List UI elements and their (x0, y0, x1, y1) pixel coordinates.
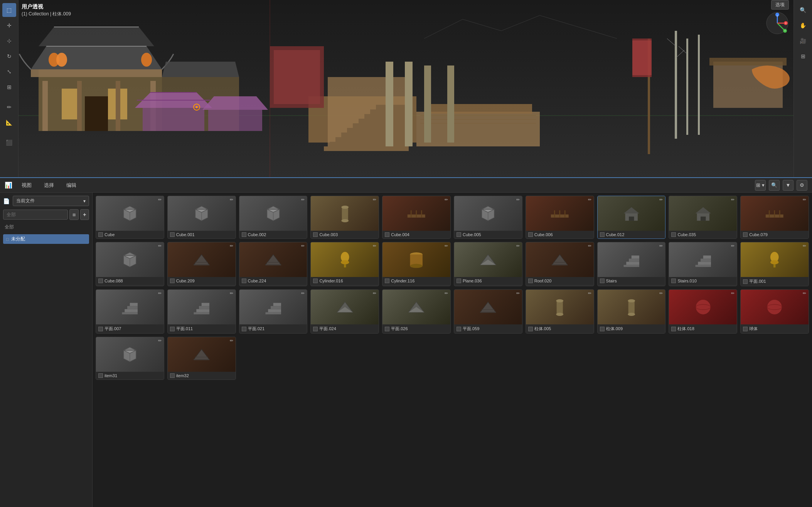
asset-checkbox[interactable] (457, 232, 461, 237)
asset-item[interactable]: ✏ Cylinder.116 (382, 242, 451, 286)
asset-checkbox[interactable] (457, 327, 461, 331)
asset-item[interactable]: ✏ Cube.209 (167, 242, 236, 286)
asset-edit-btn[interactable]: ✏ (515, 197, 521, 202)
asset-checkbox[interactable] (600, 232, 605, 237)
asset-item[interactable]: ✏ Cube.079 (740, 196, 809, 239)
asset-edit-btn[interactable]: ✏ (515, 291, 521, 296)
rotate-tool-btn[interactable]: ↻ (2, 49, 16, 63)
scale-tool-btn[interactable]: ⤡ (2, 65, 16, 79)
asset-checkbox[interactable] (98, 373, 103, 378)
asset-item[interactable]: ✏ Cube.003 (310, 196, 379, 239)
asset-edit-btn[interactable]: ✏ (157, 243, 163, 248)
asset-edit-btn[interactable]: ✏ (658, 243, 664, 248)
asset-edit-btn[interactable]: ✏ (587, 243, 593, 248)
asset-checkbox[interactable] (528, 327, 533, 331)
asset-checkbox[interactable] (242, 327, 246, 331)
asset-checkbox[interactable] (313, 327, 318, 331)
asset-item[interactable]: ✏ Roof.020 (526, 242, 594, 286)
asset-checkbox[interactable] (170, 232, 175, 237)
asset-edit-btn[interactable]: ✏ (372, 291, 377, 296)
asset-edit-btn[interactable]: ✏ (658, 291, 664, 296)
asset-checkbox[interactable] (671, 327, 676, 331)
pan-btn[interactable]: ✋ (796, 18, 810, 32)
asset-item[interactable]: ✏ Cube.001 (167, 196, 236, 239)
asset-item[interactable]: ✏ 平面.021 (239, 289, 308, 334)
asset-item[interactable]: ✏ Cube.002 (239, 196, 308, 239)
asset-edit-btn[interactable]: ✏ (587, 197, 593, 202)
file-selector[interactable]: 当前文件 ▾ (13, 196, 89, 206)
asset-edit-btn[interactable]: ✏ (587, 291, 593, 296)
asset-checkbox[interactable] (385, 327, 389, 331)
asset-edit-btn[interactable]: ✏ (658, 197, 664, 202)
sidebar-item-unassigned[interactable]: □ 未分配 (3, 234, 89, 244)
asset-checkbox[interactable] (170, 373, 175, 378)
asset-item[interactable]: ✏ Cube.004 (382, 196, 451, 239)
asset-item[interactable]: ✏ 平面.001 (740, 242, 809, 286)
asset-item[interactable]: ✏ Cube.012 (597, 196, 666, 239)
asset-checkbox[interactable] (313, 232, 318, 237)
move-tool-btn[interactable]: ⊹ (2, 34, 16, 48)
asset-checkbox[interactable] (242, 232, 246, 237)
panel-menu-edit[interactable]: 编辑 (63, 180, 79, 190)
asset-item[interactable]: ✏ Cube (96, 196, 164, 239)
asset-checkbox[interactable] (457, 279, 461, 283)
asset-edit-btn[interactable]: ✏ (730, 197, 736, 202)
asset-checkbox[interactable] (313, 279, 318, 283)
grid-btn[interactable]: ⊞ (796, 49, 810, 63)
asset-item[interactable]: ✏ 平面.026 (382, 289, 451, 334)
asset-edit-btn[interactable]: ✏ (802, 197, 807, 202)
3d-viewport[interactable]: 用户透视 (1) Collection | 柱体.009 ⬚ ✛ ⊹ ↻ ⤡ ⊞… (0, 0, 812, 177)
asset-checkbox[interactable] (98, 327, 103, 331)
camera-view-btn[interactable]: 🎥 (796, 34, 810, 48)
asset-checkbox[interactable] (600, 279, 605, 283)
add-cube-btn[interactable]: ⬛ (2, 136, 16, 149)
asset-item[interactable]: ✏ 柱体.009 (597, 289, 666, 334)
asset-checkbox[interactable] (743, 327, 748, 331)
asset-edit-btn[interactable]: ✏ (443, 243, 449, 248)
asset-item[interactable]: ✏ Cylinder.016 (310, 242, 379, 286)
asset-checkbox[interactable] (385, 279, 389, 283)
asset-item[interactable]: ✏ item32 (167, 337, 236, 380)
transform-tool-btn[interactable]: ⊞ (2, 80, 16, 94)
asset-checkbox[interactable] (528, 232, 533, 237)
asset-checkbox[interactable] (671, 232, 676, 237)
filter-categories-btn[interactable]: ⊞ (69, 209, 79, 220)
assets-grid[interactable]: ✏ Cube ✏ Cube.001 ✏ Cube.002 (93, 193, 812, 507)
search-btn[interactable]: 🔍 (769, 180, 780, 191)
asset-edit-btn[interactable]: ✏ (157, 338, 163, 343)
asset-item[interactable]: ✏ Cube.035 (669, 196, 737, 239)
asset-edit-btn[interactable]: ✏ (372, 243, 377, 248)
asset-checkbox[interactable] (98, 279, 103, 283)
asset-edit-btn[interactable]: ✏ (229, 338, 234, 343)
asset-edit-btn[interactable]: ✏ (157, 291, 163, 296)
asset-checkbox[interactable] (743, 279, 748, 284)
asset-item[interactable]: ✏ Cube.224 (239, 242, 308, 286)
measure-tool-btn[interactable]: 📐 (2, 116, 16, 129)
panel-menu-select[interactable]: 选择 (41, 180, 57, 190)
asset-edit-btn[interactable]: ✏ (300, 291, 306, 296)
asset-edit-btn[interactable]: ✏ (300, 197, 306, 202)
asset-item[interactable]: ✏ Stairs (597, 242, 666, 286)
asset-item[interactable]: ✏ 球体 (740, 289, 809, 334)
asset-item[interactable]: ✏ Cube.088 (96, 242, 164, 286)
settings-btn[interactable]: ⚙ (797, 180, 807, 191)
asset-checkbox[interactable] (98, 232, 103, 237)
asset-edit-btn[interactable]: ✏ (730, 291, 736, 296)
select-tool-btn[interactable]: ⬚ (2, 3, 16, 17)
asset-edit-btn[interactable]: ✏ (229, 197, 234, 202)
asset-checkbox[interactable] (528, 279, 533, 283)
annotate-tool-btn[interactable]: ✏ (2, 100, 16, 114)
asset-item[interactable]: ✏ 平面.007 (96, 289, 164, 334)
asset-edit-btn[interactable]: ✏ (443, 197, 449, 202)
asset-edit-btn[interactable]: ✏ (443, 291, 449, 296)
panel-menu-view[interactable]: 视图 (19, 180, 35, 190)
asset-checkbox[interactable] (743, 232, 748, 237)
asset-edit-btn[interactable]: ✏ (229, 291, 234, 296)
asset-edit-btn[interactable]: ✏ (300, 243, 306, 248)
asset-item[interactable]: ✏ 平面.024 (310, 289, 379, 334)
grid-view-btn[interactable]: ⊞ ▾ (755, 180, 766, 191)
asset-edit-btn[interactable]: ✏ (802, 243, 807, 248)
asset-edit-btn[interactable]: ✏ (730, 243, 736, 248)
asset-checkbox[interactable] (385, 232, 389, 237)
add-category-btn[interactable]: + (80, 209, 89, 220)
